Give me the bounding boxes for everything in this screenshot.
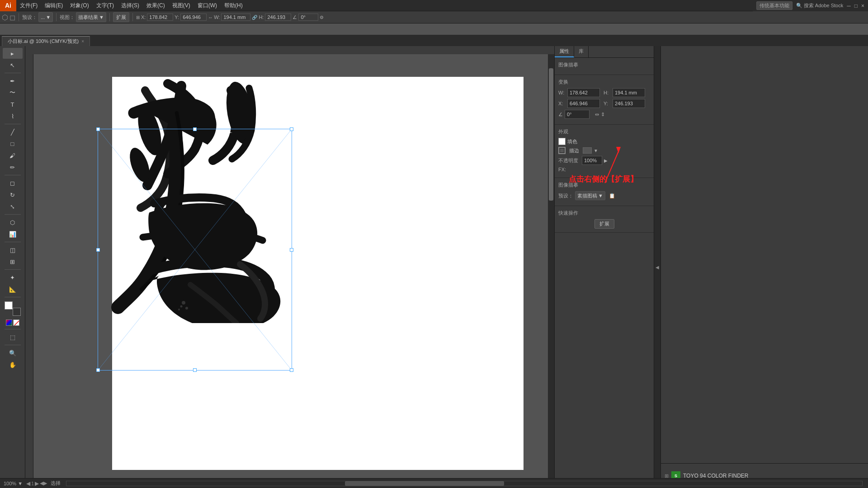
minimize-btn[interactable]: ─ xyxy=(847,3,851,9)
tool-rotate[interactable]: ↻ xyxy=(3,189,23,200)
scrollbar-thumb[interactable] xyxy=(345,481,504,486)
scrollbar-v-thumb[interactable] xyxy=(549,68,553,201)
tool-artboard[interactable]: ⬚ xyxy=(3,332,23,343)
horizontal-scrollbar[interactable] xyxy=(66,481,863,486)
scrollbar-vertical[interactable] xyxy=(548,46,554,488)
menu-file[interactable]: 文件(F) xyxy=(16,0,41,11)
w-value-panel[interactable] xyxy=(567,88,600,97)
toolbar-group-view: 视图： 描摹结果 ▼ xyxy=(60,12,106,22)
handle-top-left[interactable] xyxy=(96,127,100,131)
menu-bar: Ai 文件(F) 编辑(E) 对象(O) 文字(T) 选择(S) 效果(C) 视… xyxy=(0,0,868,11)
tool-hand[interactable]: ✋ xyxy=(3,359,23,370)
right-properties-panel: 属性 库 图像描摹 变换 W: H: X: Y: ∠ ⇔ ⇕ 外观 xyxy=(554,46,654,488)
opacity-label: 不透明度 xyxy=(558,157,578,164)
opacity-input[interactable] xyxy=(582,156,602,165)
tab-library[interactable]: 库 xyxy=(574,46,589,57)
tool-mesh[interactable]: ⊞ xyxy=(3,256,23,267)
tool-curvature[interactable]: 〜 xyxy=(3,87,23,98)
y-input[interactable] xyxy=(180,14,207,21)
tool-line[interactable]: ╱ xyxy=(3,127,23,137)
panel-collapse-handle[interactable]: ◀ xyxy=(654,46,661,488)
prev-artboard-btn[interactable]: ◀ xyxy=(26,480,30,487)
workspace-dropdown[interactable]: 传统基本功能 xyxy=(756,1,793,10)
color-mode-btns xyxy=(6,319,19,326)
tool-paintbrush[interactable]: 🖌 xyxy=(3,150,23,161)
menu-view[interactable]: 视图(V) xyxy=(169,0,194,11)
zoom-level[interactable]: 100% ▼ xyxy=(4,481,23,486)
x-input[interactable] xyxy=(147,14,173,21)
angle-label: ∠ xyxy=(292,14,297,20)
tool-eyedropper[interactable]: ✦ xyxy=(3,272,23,283)
tool-zoom[interactable]: 🔍 xyxy=(3,347,23,358)
tool-gradient[interactable]: ◫ xyxy=(3,244,23,255)
tool-column-graph[interactable]: 📊 xyxy=(3,229,23,239)
menu-effect[interactable]: 效果(C) xyxy=(143,0,169,11)
opacity-expand-icon[interactable]: ▶ xyxy=(604,158,608,163)
tab-close-btn[interactable]: × xyxy=(81,39,84,44)
close-btn[interactable]: × xyxy=(861,3,864,9)
handle-mid-left[interactable] xyxy=(96,248,100,252)
x-value-panel[interactable] xyxy=(567,99,600,108)
h-value-panel[interactable] xyxy=(613,88,645,97)
tool-direct-select[interactable]: ↖ xyxy=(3,60,23,70)
view-dropdown[interactable]: 描摹结果 ▼ xyxy=(76,12,106,22)
handle-bot-left[interactable] xyxy=(96,368,100,372)
angle-input[interactable] xyxy=(298,14,318,21)
tool-separator-7 xyxy=(5,297,21,297)
stroke-color-indicator[interactable] xyxy=(558,147,566,154)
next-artboard-btn[interactable]: ▶ xyxy=(35,480,39,487)
stroke-dropdown-icon[interactable]: ▼ xyxy=(594,148,598,153)
tool-separator-1 xyxy=(5,73,21,73)
toolbar-separator-4 xyxy=(132,13,133,21)
menu-type[interactable]: 文字(T) xyxy=(93,0,118,11)
fill-swatch[interactable] xyxy=(5,301,13,310)
tool-scale[interactable]: ⤡ xyxy=(3,201,23,212)
expand-button[interactable]: 扩展 xyxy=(594,219,614,229)
trace-preset-dropdown[interactable]: 素描图稿 ▼ xyxy=(575,191,605,200)
toolbar-transform: ⊞ X: Y: ↔ W: 🔗 H: ∠ ⚙ xyxy=(136,14,324,21)
tool-blend[interactable]: ⬡ xyxy=(3,217,23,228)
transform-angle-row: ∠ ⇔ ⇕ xyxy=(558,110,650,119)
tool-touch[interactable]: ⌇ xyxy=(3,111,23,122)
edit-trace-btn[interactable]: 📋 xyxy=(609,193,615,199)
search-bar[interactable]: 🔍 搜索 Adobe Stock xyxy=(796,2,844,9)
tool-eraser[interactable]: ◻ xyxy=(3,178,23,188)
tool-rect[interactable]: □ xyxy=(3,138,23,149)
tool-type[interactable]: T xyxy=(3,99,23,110)
menu-edit[interactable]: 编辑(E) xyxy=(41,0,66,11)
tool-select[interactable]: ▸ xyxy=(3,48,23,59)
maximize-btn[interactable]: □ xyxy=(854,3,858,9)
tool-pencil[interactable]: ✏ xyxy=(3,162,23,173)
menu-object[interactable]: 对象(O) xyxy=(66,0,92,11)
panel-tab-bar: 属性 库 xyxy=(555,46,654,58)
w-input[interactable] xyxy=(221,14,250,21)
view-label: 视图： xyxy=(60,14,75,21)
toolbar-group-select: ⬡ ◻ xyxy=(2,13,15,22)
y-value-panel[interactable] xyxy=(613,99,645,108)
icon-size: ↔ xyxy=(208,15,212,20)
color-icon[interactable] xyxy=(6,319,12,326)
appearance-title: 外观 xyxy=(558,128,650,135)
active-tab[interactable]: 小目标.ai @ 100% (CMYK/预览) × xyxy=(2,36,90,46)
stroke-weight-display[interactable] xyxy=(583,147,592,154)
ruler-horizontal xyxy=(25,46,554,54)
fx-label: FX: xyxy=(558,167,566,172)
tab-properties[interactable]: 属性 xyxy=(555,46,574,57)
artboard-nav-2[interactable]: ◀▶ xyxy=(40,480,47,486)
menu-help[interactable]: 帮助(H) xyxy=(221,0,246,11)
preset-dropdown[interactable]: ... ▼ xyxy=(38,12,53,22)
tool-separator-8 xyxy=(5,329,21,329)
angle-value-panel[interactable] xyxy=(565,110,590,119)
canvas-area[interactable] xyxy=(25,46,554,488)
expand-btn-toolbar[interactable]: 扩展 xyxy=(113,12,129,22)
h-input[interactable] xyxy=(265,14,291,21)
fill-color-swatch[interactable] xyxy=(558,138,566,145)
menu-window[interactable]: 窗口(W) xyxy=(194,0,221,11)
transform-xy-row: X: Y: xyxy=(558,99,650,108)
stroke-swatch[interactable] xyxy=(13,308,21,316)
none-icon[interactable] xyxy=(13,319,19,326)
quick-ops-title: 快速操作 xyxy=(558,210,650,216)
tool-measure[interactable]: 📐 xyxy=(3,284,23,295)
tool-pen[interactable]: ✒ xyxy=(3,75,23,86)
menu-select[interactable]: 选择(S) xyxy=(118,0,143,11)
